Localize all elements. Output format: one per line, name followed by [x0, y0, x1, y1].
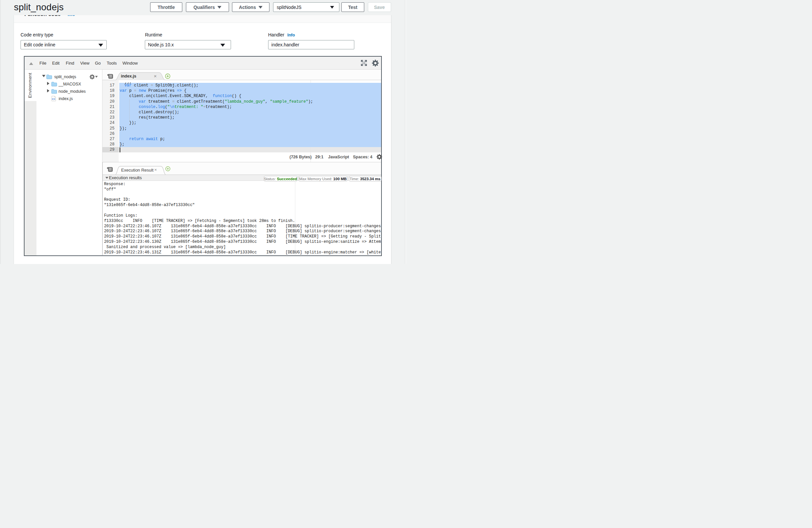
svg-text:<>: <>	[52, 98, 55, 101]
